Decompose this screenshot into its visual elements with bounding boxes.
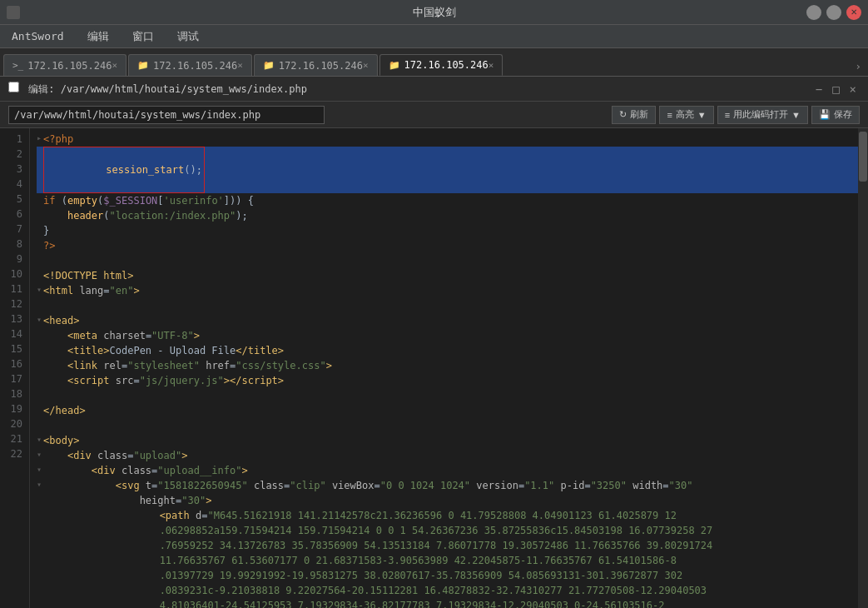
ln-17: 17 [7, 371, 22, 386]
code-line-1: ▸ <?php [37, 132, 858, 147]
tab-filemanager-1[interactable]: 📁 172.16.105.246 × [128, 54, 252, 76]
menu-window[interactable]: 窗口 [127, 27, 159, 46]
editor-restore-btn[interactable]: □ [829, 82, 842, 96]
code-line-path6: .0839231c-9.21038818 9.22027564-20.15112… [37, 583, 858, 598]
menu-debug[interactable]: 调试 [172, 27, 204, 46]
ln-20: 20 [7, 416, 22, 431]
code-line-13: <title> CodePen - Upload File </title> [37, 343, 858, 358]
folder-icon-1: 📁 [137, 60, 149, 71]
fold-20[interactable]: ▾ [37, 448, 42, 461]
tab-filemanager-3[interactable]: 📁 172.16.105.246 × [379, 54, 503, 76]
editor-title: 编辑: /var/www/html/houtai/system_wws/inde… [8, 82, 307, 97]
code-line-2: session_start(); [37, 147, 858, 193]
code-line-9: ▾ <html lang = "en" > [37, 283, 858, 298]
vertical-scrollbar[interactable] [858, 128, 868, 608]
ln-4: 4 [7, 177, 22, 192]
window-controls[interactable]: ✕ [806, 5, 861, 20]
menu-edit[interactable]: 编辑 [82, 27, 114, 46]
fold-9[interactable]: ▾ [37, 283, 42, 296]
ln-18: 18 [7, 386, 22, 401]
ln-21: 21 [7, 431, 22, 446]
code-line-6: ?> [37, 238, 858, 253]
refresh-button[interactable]: ↻ 刷新 [612, 106, 656, 124]
code-line-17: </head> [37, 403, 858, 418]
code-line-path4: 11.76635767 61.53607177 0 21.68371583-3.… [37, 553, 858, 568]
window-title: 中国蚁剑 [413, 5, 456, 20]
code-line-14: <link rel = "stylesheet" href = "css/sty… [37, 358, 858, 373]
ln-13: 13 [7, 311, 22, 326]
tab-label: 172.16.105.246 [153, 60, 237, 72]
code-line-path2: .06298852a159.71594214 159.71594214 0 0 … [37, 523, 858, 538]
code-line-19: ▾ <body> [37, 433, 858, 448]
code-line-22a: ▾ <svg t = "1581822650945" class = "clip… [37, 478, 858, 493]
save-button[interactable]: 💾 保存 [811, 106, 860, 124]
fold-22[interactable]: ▾ [37, 478, 42, 491]
code-content[interactable]: ▸ <?php session_start(); if ( empty ( $_… [30, 128, 858, 608]
folder-icon-2: 📁 [263, 60, 275, 71]
line-numbers: 1 2 3 4 5 6 7 8 9 10 11 12 13 14 15 16 1… [0, 128, 30, 608]
ln-5: 5 [7, 192, 22, 207]
ln-6: 6 [7, 207, 22, 222]
editor-close-btn[interactable]: × [846, 82, 860, 96]
ln-8: 8 [7, 237, 22, 252]
ln-19: 19 [7, 401, 22, 416]
code-area: 1 2 3 4 5 6 7 8 9 10 11 12 13 14 15 16 1… [0, 128, 868, 608]
tab-label: 172.16.105.246 [279, 60, 363, 72]
code-line-11: ▾ <head> [37, 313, 858, 328]
menu-antsword[interactable]: AntSword [7, 28, 69, 44]
code-line-8: <!DOCTYPE html> [37, 268, 858, 283]
ln-3: 3 [7, 162, 22, 177]
editor-toolbar: ↻ 刷新 ≡ 高亮 ▼ ≡ 用此编码打开 ▼ 💾 保存 [612, 106, 860, 124]
code-line-21: ▾ <div class = "upload__info" > [37, 463, 858, 478]
maximize-button[interactable] [826, 5, 841, 20]
code-line-path5: .01397729 19.99291992-19.95831275 38.028… [37, 568, 858, 583]
code-line-path3: .76959252 34.13726783 35.78356909 54.135… [37, 538, 858, 553]
session-start-highlight: session_start(); [43, 147, 205, 193]
tab-scroll-right[interactable]: › [851, 57, 865, 76]
code-line-10 [37, 298, 858, 313]
code-line-16 [37, 388, 858, 403]
editor-minimize-btn[interactable]: − [812, 82, 826, 96]
editor-window-controls[interactable]: − □ × [812, 82, 860, 96]
folder-icon-3: 📁 [389, 60, 400, 71]
code-line-20: ▾ <div class = "upload" > [37, 448, 858, 463]
encoding-icon: ≡ [725, 110, 730, 120]
tab-terminal[interactable]: >_ 172.16.105.246 × [3, 54, 126, 76]
tab-close-4[interactable]: × [489, 60, 494, 71]
code-line-7 [37, 253, 858, 268]
tab-close-2[interactable]: × [237, 60, 243, 71]
editor-checkbox[interactable] [8, 82, 19, 92]
ln-16: 16 [7, 356, 22, 371]
app-icon [7, 6, 20, 19]
open-encoding-button[interactable]: ≡ 用此编码打开 ▼ [717, 106, 808, 124]
app-icon-area [7, 6, 20, 19]
terminal-icon: >_ [12, 60, 23, 71]
fold-21[interactable]: ▾ [37, 463, 42, 476]
minimize-button[interactable] [806, 5, 821, 20]
tab-filemanager-2[interactable]: 📁 172.16.105.246 × [254, 54, 378, 76]
code-line-4: header ( "location:/index.php" ); [37, 208, 858, 223]
encoding-dropdown-icon: ▼ [791, 110, 801, 120]
path-bar: ↻ 刷新 ≡ 高亮 ▼ ≡ 用此编码打开 ▼ 💾 保存 [0, 102, 868, 128]
tab-label: 172.16.105.246 [404, 59, 489, 71]
tab-close-3[interactable]: × [363, 60, 369, 71]
ln-10: 10 [7, 267, 22, 282]
file-path-input[interactable] [8, 106, 325, 124]
tab-label: 172.16.105.246 [27, 60, 112, 72]
fold-11[interactable]: ▾ [37, 313, 42, 326]
ln-15: 15 [7, 341, 22, 356]
tab-close-1[interactable]: × [112, 60, 117, 71]
highlight-button[interactable]: ≡ 高亮 ▼ [659, 106, 713, 124]
code-line-22b: height = "30" > [37, 493, 858, 508]
tab-bar: >_ 172.16.105.246 × 📁 172.16.105.246 × 📁… [0, 48, 868, 77]
code-line-path1: <path d = "M645.51621918 141.21142578c21… [37, 508, 858, 523]
fold-19[interactable]: ▾ [37, 433, 42, 446]
ln-1: 1 [7, 132, 22, 147]
code-line-5: } [37, 223, 858, 238]
menu-bar: AntSword 编辑 窗口 调试 [0, 25, 868, 48]
close-button[interactable]: ✕ [846, 5, 861, 20]
ln-9: 9 [7, 252, 22, 267]
fold-1[interactable]: ▸ [37, 132, 42, 144]
ln-7: 7 [7, 222, 22, 237]
ln-14: 14 [7, 326, 22, 341]
